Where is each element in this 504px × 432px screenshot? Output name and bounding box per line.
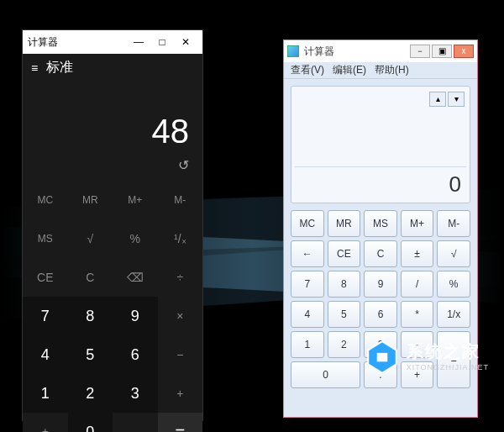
window-title: 计算器 bbox=[28, 35, 127, 50]
display-separator bbox=[295, 166, 466, 167]
digit-8-button[interactable]: 8 bbox=[328, 271, 361, 298]
plusminus-button[interactable]: ± bbox=[23, 413, 68, 432]
digit-4-button[interactable]: 4 bbox=[291, 301, 324, 328]
menu-view[interactable]: 查看(V) bbox=[291, 63, 324, 77]
digit-5-button[interactable]: 5 bbox=[68, 335, 113, 374]
minimize-button[interactable]: — bbox=[127, 36, 150, 48]
backspace-button[interactable]: ⌫ bbox=[113, 258, 158, 297]
digit-7-button[interactable]: 7 bbox=[23, 297, 68, 335]
watermark-en: XITONGZHIJIA.NET bbox=[407, 363, 489, 371]
ce-button[interactable]: CE bbox=[23, 258, 68, 297]
digit-9-button[interactable]: 9 bbox=[113, 297, 158, 335]
svg-rect-1 bbox=[376, 353, 387, 362]
display: 48 bbox=[23, 82, 202, 157]
digit-5-button[interactable]: 5 bbox=[328, 301, 361, 328]
watermark: 系统之家 XITONGZHIJIA.NET bbox=[365, 338, 489, 373]
digit-2-button[interactable]: 2 bbox=[68, 374, 113, 413]
watermark-logo-icon bbox=[365, 338, 400, 373]
watermark-cn: 系统之家 bbox=[407, 340, 489, 363]
history-nav: ▴ ▾ bbox=[429, 92, 465, 107]
c-button[interactable]: C bbox=[364, 240, 397, 267]
history-icon[interactable]: ↺ bbox=[178, 157, 189, 181]
mplus-button[interactable]: M+ bbox=[113, 181, 158, 219]
display: ▴ ▾ 0 bbox=[291, 86, 470, 203]
history-down-button[interactable]: ▾ bbox=[448, 92, 465, 107]
divide-button[interactable]: / bbox=[401, 271, 434, 298]
divide-button[interactable]: ÷ bbox=[158, 258, 203, 297]
mode-bar: ≡ 标准 bbox=[23, 54, 202, 82]
app-icon bbox=[287, 45, 299, 57]
mplus-button[interactable]: M+ bbox=[401, 210, 434, 237]
digit-1-button[interactable]: 1 bbox=[291, 331, 324, 358]
mc-button[interactable]: MC bbox=[23, 181, 68, 219]
calculator-modern-window: 计算器 — □ ✕ ≡ 标准 48 ↺ MC MR M+ M- MS √ % ¹… bbox=[22, 29, 203, 421]
menu-edit[interactable]: 编辑(E) bbox=[333, 63, 366, 77]
close-button[interactable]: ✕ bbox=[174, 36, 197, 48]
digit-7-button[interactable]: 7 bbox=[291, 271, 324, 298]
mr-button[interactable]: MR bbox=[328, 210, 361, 237]
digit-3-button[interactable]: 3 bbox=[113, 374, 158, 413]
digit-0-button[interactable]: 0 bbox=[291, 361, 360, 388]
digit-6-button[interactable]: 6 bbox=[364, 301, 397, 328]
sqrt-button[interactable]: √ bbox=[437, 240, 470, 267]
keypad: MC MR M+ M- MS √ % ¹/ₓ CE C ⌫ ÷ 7 8 9 × … bbox=[23, 181, 202, 432]
digit-4-button[interactable]: 4 bbox=[23, 335, 68, 374]
add-button[interactable]: + bbox=[158, 374, 203, 413]
digit-8-button[interactable]: 8 bbox=[68, 297, 113, 335]
watermark-text: 系统之家 XITONGZHIJIA.NET bbox=[407, 340, 489, 371]
sqrt-button[interactable]: √ bbox=[68, 219, 113, 258]
percent-button[interactable]: % bbox=[113, 219, 158, 258]
hamburger-icon[interactable]: ≡ bbox=[31, 61, 38, 75]
decimal-button[interactable]: . bbox=[113, 413, 158, 432]
maximize-button[interactable]: ▣ bbox=[432, 45, 452, 58]
mode-label: 标准 bbox=[46, 59, 73, 76]
display-value: 0 bbox=[449, 171, 461, 198]
menu-bar: 查看(V) 编辑(E) 帮助(H) bbox=[284, 62, 477, 79]
ms-button[interactable]: MS bbox=[23, 219, 68, 258]
titlebar[interactable]: 计算器 － ▣ x bbox=[284, 40, 477, 62]
mminus-button[interactable]: M- bbox=[158, 181, 203, 219]
digit-6-button[interactable]: 6 bbox=[113, 335, 158, 374]
digit-0-button[interactable]: 0 bbox=[68, 413, 113, 432]
close-button[interactable]: x bbox=[454, 45, 474, 58]
display-value: 48 bbox=[152, 113, 190, 150]
digit-9-button[interactable]: 9 bbox=[364, 271, 397, 298]
minimize-button[interactable]: － bbox=[410, 45, 430, 58]
mc-button[interactable]: MC bbox=[291, 210, 324, 237]
history-up-button[interactable]: ▴ bbox=[429, 92, 446, 107]
titlebar[interactable]: 计算器 — □ ✕ bbox=[23, 30, 202, 54]
plusminus-button[interactable]: ± bbox=[401, 240, 434, 267]
c-button[interactable]: C bbox=[68, 258, 113, 297]
digit-2-button[interactable]: 2 bbox=[328, 331, 361, 358]
equals-button[interactable]: = bbox=[158, 413, 203, 432]
history-row: ↺ bbox=[23, 157, 202, 181]
window-title: 计算器 bbox=[304, 45, 408, 59]
backspace-button[interactable]: ← bbox=[291, 240, 324, 267]
digit-1-button[interactable]: 1 bbox=[23, 374, 68, 413]
ms-button[interactable]: MS bbox=[364, 210, 397, 237]
maximize-button[interactable]: □ bbox=[150, 36, 174, 48]
menu-help[interactable]: 帮助(H) bbox=[375, 63, 409, 77]
subtract-button[interactable]: − bbox=[158, 335, 203, 374]
ce-button[interactable]: CE bbox=[328, 240, 361, 267]
multiply-button[interactable]: * bbox=[401, 301, 434, 328]
percent-button[interactable]: % bbox=[437, 271, 470, 298]
multiply-button[interactable]: × bbox=[158, 297, 203, 335]
mminus-button[interactable]: M- bbox=[437, 210, 470, 237]
reciprocal-button[interactable]: ¹/ₓ bbox=[158, 219, 203, 258]
mr-button[interactable]: MR bbox=[68, 181, 113, 219]
reciprocal-button[interactable]: 1/x bbox=[437, 301, 470, 328]
